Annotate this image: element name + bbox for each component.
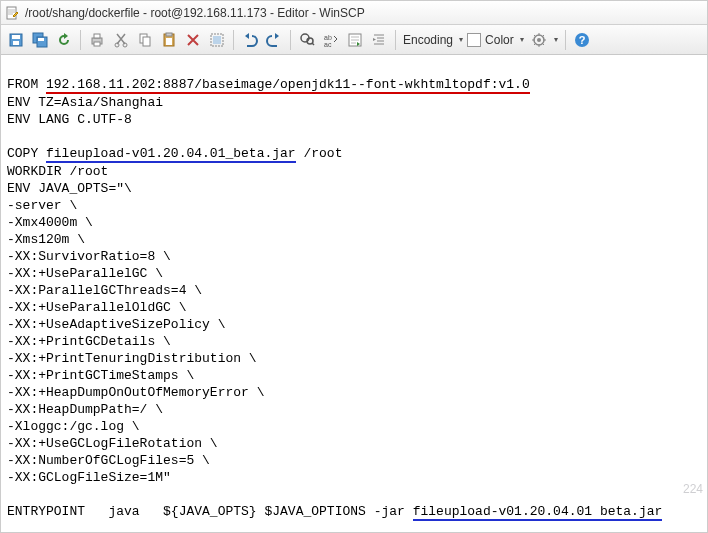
svg-point-25 <box>537 38 541 42</box>
settings-dropdown[interactable]: ▾ <box>552 29 560 51</box>
editor-line: -Xms120m \ <box>7 232 85 247</box>
copy-button[interactable] <box>134 29 156 51</box>
delete-button[interactable] <box>182 29 204 51</box>
svg-rect-0 <box>7 7 16 19</box>
editor-line: -XX:+PrintGCDetails \ <box>7 334 171 349</box>
separator <box>290 30 291 50</box>
from-image-underlined: 192.168.11.202:8887/baseimage/openjdk11-… <box>46 78 530 94</box>
print-button[interactable] <box>86 29 108 51</box>
svg-text:?: ? <box>578 34 585 46</box>
editor-line: WORKDIR /root <box>7 164 108 179</box>
editor-area[interactable]: FROM 192.168.11.202:8887/baseimage/openj… <box>1 55 707 532</box>
undo-button[interactable] <box>239 29 261 51</box>
svg-rect-3 <box>13 41 19 45</box>
editor-line: -XX:+UseGCLogFileRotation \ <box>7 436 218 451</box>
window-title: /root/shang/dockerfile - root@192.168.11… <box>25 6 365 20</box>
color-swatch[interactable] <box>467 33 481 47</box>
svg-text:ac: ac <box>324 41 332 48</box>
editor-line: ENTRYPOINT java ${JAVA_OPTS} $JAVA_OPTIO… <box>7 504 662 519</box>
settings-button[interactable] <box>528 29 550 51</box>
editor-line: FROM 192.168.11.202:8887/baseimage/openj… <box>7 77 530 92</box>
svg-rect-9 <box>94 42 100 46</box>
paste-button[interactable] <box>158 29 180 51</box>
editor-line: -server \ <box>7 198 77 213</box>
editor-line: -XX:+UseParallelGC \ <box>7 266 163 281</box>
editor-line: COPY fileupload-v01.20.04.01_beta.jar /r… <box>7 146 342 161</box>
watermark: 224 <box>683 481 703 498</box>
svg-rect-15 <box>166 33 172 36</box>
reload-button[interactable] <box>53 29 75 51</box>
title-bar: /root/shang/dockerfile - root@192.168.11… <box>1 1 707 25</box>
color-dropdown[interactable]: ▾ <box>518 29 526 51</box>
editor-line: ENV LANG C.UTF-8 <box>7 112 132 127</box>
encoding-dropdown[interactable]: ▾ <box>457 29 465 51</box>
editor-line: -XX:+UseParallelOldGC \ <box>7 300 186 315</box>
cut-button[interactable] <box>110 29 132 51</box>
editor-line: -Xloggc:/gc.log \ <box>7 419 140 434</box>
editor-line: -XX:HeapDumpPath=/ \ <box>7 402 163 417</box>
svg-rect-16 <box>166 38 172 45</box>
select-all-button[interactable] <box>206 29 228 51</box>
editor-line: ENV JAVA_OPTS="\ <box>7 181 132 196</box>
editor-line: ENV TZ=Asia/Shanghai <box>7 95 163 110</box>
save-button[interactable] <box>5 29 27 51</box>
save-all-button[interactable] <box>29 29 51 51</box>
svg-rect-6 <box>38 38 44 41</box>
editor-line: -XX:+PrintTenuringDistribution \ <box>7 351 257 366</box>
separator <box>395 30 396 50</box>
file-edit-icon <box>5 6 19 20</box>
editor-line: -XX:SurvivorRatio=8 \ <box>7 249 171 264</box>
separator <box>80 30 81 50</box>
help-button[interactable]: ? <box>571 29 593 51</box>
copy-jar-underlined: fileupload-v01.20.04.01_beta.jar <box>46 147 296 163</box>
svg-rect-2 <box>12 35 20 39</box>
color-label: Color <box>483 33 516 47</box>
toolbar: abac Encoding ▾ Color ▾ ▾ ? <box>1 25 707 55</box>
svg-rect-13 <box>143 37 150 46</box>
svg-text:ab: ab <box>324 34 332 41</box>
editor-line: -XX:GCLogFileSize=1M" <box>7 470 171 485</box>
separator <box>233 30 234 50</box>
svg-rect-18 <box>213 36 221 44</box>
find-button[interactable] <box>296 29 318 51</box>
encoding-label: Encoding <box>401 33 455 47</box>
entry-jar-underlined: fileupload-v01.20.04.01 beta.jar <box>413 505 663 521</box>
editor-line: -XX:+UseAdaptiveSizePolicy \ <box>7 317 225 332</box>
separator <box>565 30 566 50</box>
goto-button[interactable] <box>344 29 366 51</box>
redo-button[interactable] <box>263 29 285 51</box>
svg-rect-8 <box>94 34 100 38</box>
editor-line: -XX:ParallelGCThreads=4 \ <box>7 283 202 298</box>
editor-line: -XX:+HeapDumpOnOutOfMemoryError \ <box>7 385 264 400</box>
editor-line: -XX:+PrintGCTimeStamps \ <box>7 368 194 383</box>
indent-button[interactable] <box>368 29 390 51</box>
editor-line: -XX:NumberOfGCLogFiles=5 \ <box>7 453 210 468</box>
replace-button[interactable]: abac <box>320 29 342 51</box>
editor-line: -Xmx4000m \ <box>7 215 93 230</box>
